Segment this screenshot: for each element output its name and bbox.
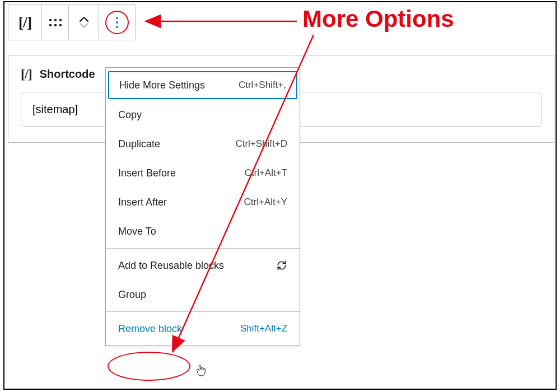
move-up-button[interactable] [80,17,88,22]
menu-item-label: Add to Reusable blocks [118,260,224,272]
menu-item-label: Remove block [118,323,182,335]
block-type-button[interactable]: [/] [8,5,42,40]
editor-frame: [/] [/] Shortcode [3,1,557,390]
menu-item-label: Group [118,289,146,301]
shortcode-icon: [/] [21,67,32,82]
drag-handle[interactable] [42,5,69,40]
block-movers [69,5,99,40]
menu-section-2: Add to Reusable blocks Group [106,249,300,312]
more-options-icon [116,17,118,28]
chevron-up-icon [80,17,88,22]
menu-item-group[interactable]: Group [106,280,300,309]
menu-item-copy[interactable]: Copy [106,100,300,129]
menu-section-1: Hide More Settings Ctrl+Shift+, Copy Dup… [106,68,300,249]
menu-item-insert-before[interactable]: Insert Before Ctrl+Alt+T [106,158,300,188]
menu-item-shortcut: Ctrl+Shift+, [239,80,286,91]
more-options-button[interactable] [99,5,135,40]
shortcode-icon: [/] [18,13,31,31]
move-down-button[interactable] [80,22,88,28]
block-title: Shortcode [40,68,95,81]
menu-item-label: Duplicate [118,138,160,150]
menu-item-label: Insert After [118,197,167,208]
annotation-label: More Options [302,6,454,32]
menu-item-hide-more-settings[interactable]: Hide More Settings Ctrl+Shift+, [108,71,297,99]
block-toolbar: [/] [8,4,136,40]
menu-item-duplicate[interactable]: Duplicate Ctrl+Shift+D [106,129,300,158]
cursor-pointer-icon [196,364,207,377]
menu-item-add-reusable[interactable]: Add to Reusable blocks [106,251,300,280]
refresh-icon [276,260,287,271]
menu-item-move-to[interactable]: Move To [106,217,300,246]
more-options-menu: Hide More Settings Ctrl+Shift+, Copy Dup… [105,67,300,346]
menu-item-label: Move To [118,226,156,237]
menu-item-label: Insert Before [118,167,176,179]
menu-item-shortcut: Ctrl+Shift+D [235,138,287,150]
menu-section-3: Remove block Shift+Alt+Z [106,312,300,346]
menu-item-insert-after[interactable]: Insert After Ctrl+Alt+Y [106,188,300,217]
menu-item-shortcut: Ctrl+Alt+T [244,167,287,179]
menu-item-shortcut: Ctrl+Alt+Y [244,197,287,208]
menu-item-label: Copy [118,109,142,121]
menu-item-shortcut: Shift+Alt+Z [240,323,287,334]
chevron-down-icon [80,22,88,28]
menu-item-remove-block[interactable]: Remove block Shift+Alt+Z [106,314,300,343]
annotation-circle-more [105,11,129,34]
menu-item-label: Hide More Settings [119,80,205,91]
drag-icon [49,19,62,26]
